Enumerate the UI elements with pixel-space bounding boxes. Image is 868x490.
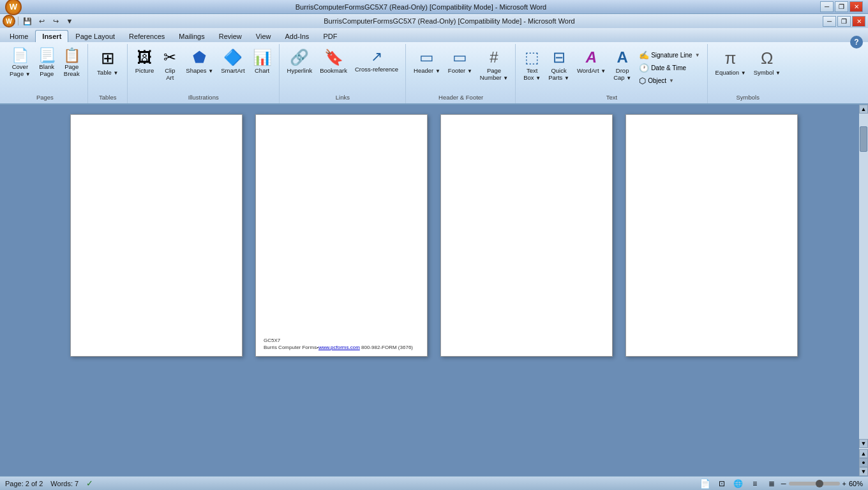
cover-page-button[interactable]: 📄 CoverPage ▼ [6, 47, 34, 79]
undo-button[interactable]: ↩ [35, 15, 48, 27]
chart-button[interactable]: 📊 Chart [250, 47, 275, 76]
tab-insert[interactable]: Insert [35, 30, 68, 42]
date-time-button[interactable]: 🕐 Date & Time [636, 62, 703, 74]
select-browse-object[interactable]: ● [859, 458, 868, 467]
cross-reference-icon: ↗ [371, 48, 382, 65]
picture-button[interactable]: 🖼 Picture [132, 47, 158, 76]
page-number-button[interactable]: # PageNumber ▼ [477, 47, 511, 83]
quick-parts-button[interactable]: ⊟ QuickParts ▼ [545, 47, 572, 83]
outline-view[interactable]: ≡ [748, 479, 762, 489]
symbols-group-label: Symbols [736, 93, 759, 102]
zoom-thumb[interactable] [816, 480, 823, 487]
scroll-down-button[interactable]: ▼ [859, 439, 868, 448]
qat-close[interactable]: ✕ [852, 16, 865, 27]
page-indicator: Page: 2 of 2 [5, 480, 43, 487]
hyperlink-label: Hyperlink [287, 67, 313, 74]
tab-references[interactable]: References [122, 30, 172, 42]
page-break-button[interactable]: 📋 PageBreak [60, 47, 84, 79]
scroll-prev-page[interactable]: ▲ [859, 449, 868, 458]
page-break-icon: 📋 [63, 48, 80, 63]
ribbon-group-pages: 📄 CoverPage ▼ 📃 BlankPage 📋 PageBreak Pa… [3, 44, 88, 103]
signature-line-button[interactable]: ✍ Signature Line ▼ [636, 49, 703, 61]
tab-page-layout[interactable]: Page Layout [68, 30, 122, 42]
title-controls: ─ ❐ ✕ [820, 1, 863, 12]
shapes-label: Shapes ▼ [186, 67, 213, 74]
picture-icon: 🖼 [137, 48, 153, 66]
qat-minimize[interactable]: ─ [823, 16, 836, 27]
tab-mailings[interactable]: Mailings [172, 30, 211, 42]
clip-art-button[interactable]: ✂ ClipArt [158, 47, 181, 83]
shapes-button[interactable]: ⬟ Shapes ▼ [183, 47, 216, 76]
blank-page-icon: 📃 [38, 48, 56, 63]
date-time-icon: 🕐 [639, 63, 649, 73]
smartart-button[interactable]: 🔷 SmartArt [218, 47, 248, 76]
footer-button[interactable]: ▭ Footer ▼ [445, 47, 475, 76]
ribbon-group-text: ⬚ TextBox ▼ ⊟ QuickParts ▼ A WordArt ▼ A… [516, 44, 707, 103]
wordart-button[interactable]: A WordArt ▼ [574, 47, 609, 76]
illustrations-group-label: Illustrations [188, 93, 219, 102]
vertical-scrollbar[interactable]: ▲ ▼ ▲ ● ▼ [859, 105, 868, 476]
hyperlink-button[interactable]: 🔗 Hyperlink [284, 47, 316, 76]
redo-button[interactable]: ↪ [49, 15, 62, 27]
zoom-in-button[interactable]: + [842, 480, 846, 487]
scroll-thumb[interactable] [860, 126, 867, 152]
cross-reference-button[interactable]: ↗ Cross-reference [352, 47, 401, 75]
document-page-2[interactable]: GC5X7 Burris Computer Forms•www.pcforms.… [255, 114, 428, 357]
table-button[interactable]: ⊞ Table ▼ [93, 47, 123, 78]
document-area: GC5X7 Burris Computer Forms•www.pcforms.… [0, 105, 868, 476]
page-break-label: PageBreak [64, 63, 80, 77]
scroll-track[interactable] [859, 114, 868, 439]
tab-pdf[interactable]: PDF [316, 30, 344, 42]
status-left: Page: 2 of 2 Words: 7 ✓ [5, 479, 93, 488]
help-button[interactable]: ? [850, 36, 863, 48]
table-label: Table ▼ [97, 69, 118, 76]
print-layout-view[interactable]: 📄 [698, 479, 712, 489]
close-button[interactable]: ✕ [849, 1, 863, 12]
links-group-label: Links [336, 93, 350, 102]
text-box-icon: ⬚ [525, 48, 539, 66]
draft-view[interactable]: ≣ [765, 479, 779, 489]
blank-page-button[interactable]: 📃 BlankPage [35, 47, 59, 79]
drop-cap-button[interactable]: A DropCap ▼ [610, 47, 634, 83]
scroll-next-page[interactable]: ▼ [859, 467, 868, 476]
object-label: Object [648, 77, 666, 84]
full-screen-view[interactable]: ⊡ [715, 479, 729, 489]
text-box-label: TextBox ▼ [523, 67, 541, 81]
scroll-up-button[interactable]: ▲ [859, 105, 868, 114]
footer-link[interactable]: www.pcforms.com [318, 345, 360, 350]
office-button[interactable]: W [5, 0, 22, 15]
bookmark-button[interactable]: 🔖 Bookmark [317, 47, 350, 76]
tab-view[interactable]: View [249, 30, 278, 42]
document-page-3 [440, 114, 613, 357]
customize-qat[interactable]: ▼ [63, 15, 76, 27]
object-arrow: ▼ [669, 78, 674, 84]
clip-art-icon: ✂ [163, 48, 176, 66]
window-controls: ─ ❐ ✕ [823, 16, 865, 27]
equation-button[interactable]: π Equation ▼ [712, 47, 749, 78]
text-box-button[interactable]: ⬚ TextBox ▼ [520, 47, 544, 83]
web-layout-view[interactable]: 🌐 [731, 479, 745, 489]
proofing-check[interactable]: ✓ [86, 479, 93, 488]
tab-review[interactable]: Review [212, 30, 249, 42]
tables-group-label: Tables [99, 93, 116, 102]
office-orb[interactable]: W [3, 15, 15, 27]
minimize-button[interactable]: ─ [820, 1, 834, 12]
signature-line-icon: ✍ [639, 50, 649, 60]
links-buttons: 🔗 Hyperlink 🔖 Bookmark ↗ Cross-reference [284, 45, 401, 93]
tab-home[interactable]: Home [3, 30, 35, 42]
ribbon-group-tables: ⊞ Table ▼ Tables [89, 44, 128, 103]
save-button[interactable]: 💾 [21, 15, 34, 27]
qat-restore[interactable]: ❐ [837, 16, 851, 27]
restore-button[interactable]: ❐ [835, 1, 848, 12]
zoom-slider[interactable] [789, 482, 840, 486]
page-number-icon: # [490, 48, 498, 66]
header-button[interactable]: ▭ Header ▼ [410, 47, 444, 76]
ribbon-group-symbols: π Equation ▼ Ω Symbol ▼ Symbols [708, 44, 788, 103]
smartart-icon: 🔷 [223, 48, 243, 66]
quick-parts-label: QuickParts ▼ [548, 67, 569, 81]
tab-add-ins[interactable]: Add-Ins [278, 30, 316, 42]
zoom-out-button[interactable]: ─ [781, 480, 786, 487]
symbol-button[interactable]: Ω Symbol ▼ [751, 47, 784, 78]
window-title: BurrisComputerFormsGC5X7 (Read-Only) [Co… [22, 3, 820, 11]
object-button[interactable]: ⬡ Object ▼ [636, 75, 703, 87]
